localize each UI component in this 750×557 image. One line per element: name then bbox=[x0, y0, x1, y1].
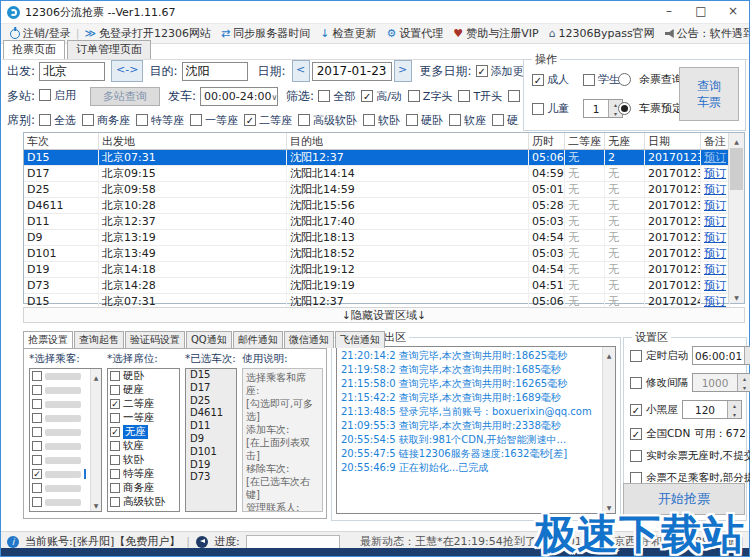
seat-option-listbox[interactable]: 硬卧硬座✓二等座一等座✓无座软座软卧特等座商务座高级软卧 bbox=[107, 368, 180, 512]
checkbox[interactable] bbox=[630, 350, 642, 362]
seat-option-row[interactable]: 特等座 bbox=[108, 467, 179, 481]
swap-stations-button[interactable]: <-> bbox=[111, 60, 143, 82]
column-header-1[interactable]: 出发地 bbox=[99, 133, 287, 149]
seat-filter-checkbox-5[interactable]: 高级软卧 bbox=[298, 113, 357, 128]
train-row[interactable]: D11北京12:37沈阳北17:4005:03无无20170123预订 bbox=[24, 214, 744, 230]
toolbar-item-7[interactable]: 公告：软件遇到问题时，请看12306是否正常！ bbox=[660, 26, 749, 41]
child-count-spinner[interactable]: 1 bbox=[583, 99, 623, 118]
seat-filter-checkbox-9[interactable]: 硬座 bbox=[492, 113, 519, 128]
selected-train-item[interactable]: D101 bbox=[186, 446, 236, 459]
checkbox[interactable]: ✓ bbox=[244, 114, 256, 126]
checkbox[interactable] bbox=[583, 74, 595, 86]
toolbar-item-6[interactable]: ⌂12306Bypass官网 bbox=[544, 26, 660, 41]
setting-spinner[interactable]: 06:00:01 bbox=[692, 346, 750, 365]
seat-option-row[interactable]: 高级软卧 bbox=[108, 495, 179, 509]
book-link[interactable]: 预订 bbox=[701, 262, 730, 277]
radio[interactable] bbox=[618, 102, 631, 115]
seat-option-row[interactable]: ✓二等座 bbox=[108, 397, 179, 411]
checkbox[interactable] bbox=[406, 114, 418, 126]
book-link[interactable]: 预订 bbox=[701, 246, 730, 261]
spin-down-icon[interactable] bbox=[745, 356, 750, 365]
seat-filter-checkbox-6[interactable]: 软卧 bbox=[363, 113, 400, 128]
checkbox[interactable] bbox=[190, 114, 202, 126]
seat-option-row[interactable]: ✓无座 bbox=[108, 425, 179, 439]
passenger-list-scrollbar[interactable] bbox=[90, 369, 101, 511]
seat-filter-checkbox-3[interactable]: 一等座 bbox=[190, 113, 238, 128]
checkbox[interactable] bbox=[110, 371, 120, 381]
adult-checkbox[interactable]: ✓成人 bbox=[532, 72, 569, 87]
train-row[interactable]: D9北京13:19沈阳北18:1304:54无无20170123预订 bbox=[24, 230, 744, 246]
output-scrollbar[interactable] bbox=[602, 347, 615, 513]
selected-train-item[interactable]: D4611 bbox=[186, 407, 236, 420]
checkbox[interactable] bbox=[82, 114, 94, 126]
checkbox[interactable] bbox=[110, 441, 120, 451]
toolbar-item-2[interactable]: ⇄同步服务器时间 bbox=[216, 26, 315, 41]
selected-train-listbox[interactable]: D15D17D25D4611D11D9D101D19D73 bbox=[185, 368, 237, 512]
checkbox[interactable]: ✓ bbox=[110, 399, 120, 409]
filter-checkbox-3[interactable]: T开头 bbox=[458, 89, 502, 104]
scroll-up-icon[interactable] bbox=[91, 369, 101, 383]
train-row[interactable]: D15北京07:31沈阳12:3705:06无220170123预订 bbox=[24, 150, 744, 166]
checkbox[interactable] bbox=[363, 114, 375, 126]
minimize-button[interactable]: – bbox=[653, 1, 685, 23]
book-link[interactable]: 预订 bbox=[701, 182, 730, 197]
seat-filter-checkbox-0[interactable]: 全选 bbox=[39, 113, 76, 128]
checkbox[interactable]: ✓ bbox=[630, 428, 642, 440]
book-link[interactable]: 预订 bbox=[701, 198, 730, 213]
seat-option-row[interactable]: 商务座 bbox=[108, 481, 179, 495]
scroll-down-icon[interactable] bbox=[729, 289, 744, 303]
train-row[interactable]: D25北京09:58沈阳北14:5905:01无无20170123预订 bbox=[24, 182, 744, 198]
tab-settings-3[interactable]: QQ通知 bbox=[186, 331, 232, 348]
query-mode-0[interactable]: 余票查询 bbox=[618, 72, 683, 87]
spin-up-icon[interactable] bbox=[728, 401, 741, 410]
book-link[interactable]: 预订 bbox=[701, 278, 730, 293]
scroll-up-icon[interactable] bbox=[603, 347, 615, 361]
checkbox[interactable] bbox=[32, 497, 42, 507]
column-header-7[interactable]: 备注 bbox=[701, 133, 730, 149]
checkbox[interactable]: ✓ bbox=[361, 90, 373, 102]
checkbox[interactable] bbox=[449, 114, 461, 126]
column-header-6[interactable]: 日期 bbox=[645, 133, 701, 149]
tab-settings-2[interactable]: 验证码设置 bbox=[125, 331, 185, 348]
checkbox[interactable] bbox=[508, 90, 520, 102]
date-prev-button[interactable]: < bbox=[292, 60, 310, 82]
train-row[interactable]: D19北京14:18沈阳北19:1204:54无无20170123预订 bbox=[24, 262, 744, 278]
toolbar-item-3[interactable]: ↓检查更新 bbox=[315, 26, 381, 41]
selected-train-item[interactable]: D25 bbox=[186, 395, 236, 408]
checkbox[interactable] bbox=[39, 114, 51, 126]
column-header-4[interactable]: 二等座 bbox=[565, 133, 605, 149]
child-checkbox[interactable]: 儿童 bbox=[532, 101, 569, 116]
toolbar-item-0[interactable]: 注销/登录 bbox=[5, 26, 76, 41]
seat-filter-checkbox-1[interactable]: 商务座 bbox=[82, 113, 130, 128]
checkbox[interactable] bbox=[630, 377, 642, 389]
tab-settings-1[interactable]: 查询起售 bbox=[74, 331, 124, 348]
column-header-5[interactable]: 无座 bbox=[605, 133, 645, 149]
checkbox[interactable] bbox=[110, 469, 120, 479]
spin-up-icon[interactable] bbox=[738, 374, 750, 383]
to-input[interactable] bbox=[182, 62, 248, 81]
column-header-2[interactable]: 目的地 bbox=[287, 133, 529, 149]
seat-option-row[interactable]: 硬卧 bbox=[108, 369, 179, 383]
selected-train-item[interactable]: D73 bbox=[186, 471, 236, 484]
depart-time-select[interactable]: 00:00-24:00 bbox=[200, 87, 278, 106]
checkbox[interactable] bbox=[136, 114, 148, 126]
selected-train-item[interactable]: D11 bbox=[186, 420, 236, 433]
selected-train-item[interactable]: D15 bbox=[186, 369, 236, 382]
column-header-3[interactable]: 历时 bbox=[529, 133, 565, 149]
checkbox[interactable] bbox=[110, 483, 120, 493]
checkbox[interactable] bbox=[110, 497, 120, 507]
checkbox[interactable] bbox=[32, 413, 42, 423]
checkbox[interactable] bbox=[492, 114, 504, 126]
filter-checkbox-0[interactable]: 全部 bbox=[318, 89, 355, 104]
column-header-0[interactable]: 车次 bbox=[24, 133, 99, 149]
checkbox[interactable] bbox=[32, 385, 42, 395]
query-tickets-button[interactable]: 查询车票 bbox=[679, 67, 739, 121]
toolbar-item-4[interactable]: ⚙设置代理 bbox=[381, 26, 448, 41]
checkbox[interactable] bbox=[110, 455, 120, 465]
setting-spinner[interactable]: 120 bbox=[682, 400, 742, 419]
checkbox[interactable]: ✓ bbox=[532, 74, 544, 86]
seat-option-row[interactable]: 一等座 bbox=[108, 411, 179, 425]
close-button[interactable]: × bbox=[717, 1, 749, 23]
checkbox[interactable] bbox=[110, 413, 120, 423]
spin-down-icon[interactable] bbox=[738, 383, 750, 392]
